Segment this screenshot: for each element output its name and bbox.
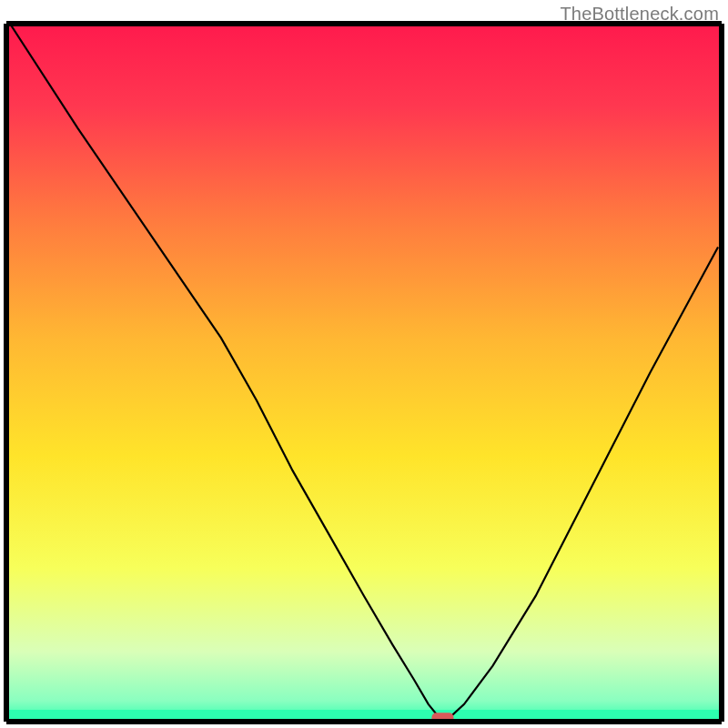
gradient-background [6, 24, 722, 722]
bottleneck-chart [0, 0, 728, 728]
chart-container: TheBottleneck.com [0, 0, 728, 728]
watermark-text: TheBottleneck.com [560, 4, 719, 25]
